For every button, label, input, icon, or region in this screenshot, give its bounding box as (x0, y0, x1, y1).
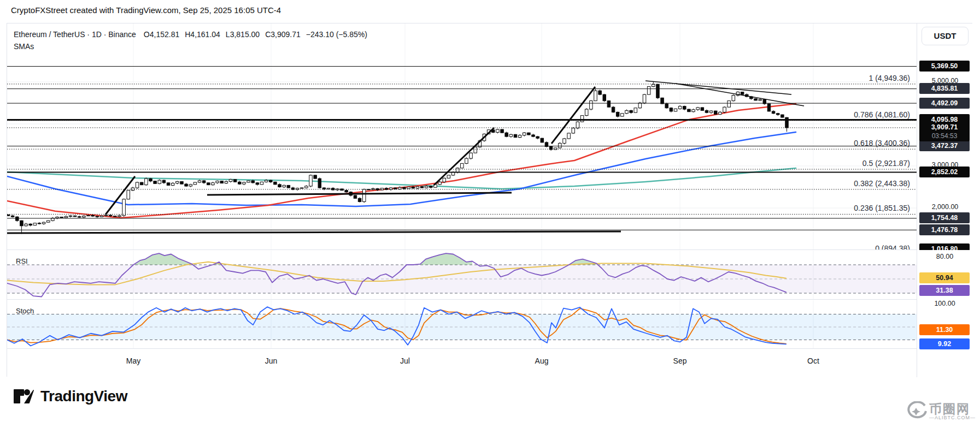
ohlc-open: O4,152.81 (144, 30, 179, 39)
axis-tick: 2,000.00 (917, 203, 973, 211)
axis-tick: 80.00 (917, 253, 972, 260)
currency-toggle-button[interactable]: USDT (922, 27, 969, 45)
stoch-pane (7, 300, 917, 348)
price-change: −243.10 (−5.85%) (306, 30, 367, 39)
fib-label: 0.5 (2,921.87) (862, 159, 910, 168)
last-price-label: 3,909.7103:54:53 (919, 123, 970, 141)
price-line-label: 4,492.09 (919, 98, 970, 109)
rsi-pane (7, 251, 917, 299)
fib-label: 1 (4,949.36) (869, 74, 911, 82)
price-line-label: 1,754.48 (919, 212, 970, 223)
indicator-value-label: 31.38 (919, 285, 970, 296)
fib-label: 0 (894.38) (875, 244, 910, 253)
rsi-pane-title[interactable]: RSI (16, 257, 28, 265)
site-watermark: 币圈网 —ALIBTC.COM— (905, 401, 976, 422)
indicator-value-label: 50.94 (919, 272, 970, 283)
month-label-jun: Jun (265, 356, 278, 365)
indicator-legend-smas[interactable]: SMAs (14, 42, 34, 51)
indicator-value-label: 9.92 (919, 338, 970, 349)
month-label-sep: Sep (673, 356, 687, 365)
indicator-value-label: 11.30 (919, 324, 970, 335)
stoch-pane-title[interactable]: Stoch (16, 307, 34, 315)
watermark-cn-text: 币圈网 (929, 403, 976, 415)
price-line-label: 5,369.50 (919, 61, 970, 72)
symbol-title[interactable]: Ethereum / TetherUS · 1D · Binance (14, 30, 136, 39)
fib-label: 0.786 (4,081.60) (854, 110, 910, 119)
tradingview-logo-icon (10, 385, 34, 407)
price-line-label: 4,835.81 (919, 83, 970, 94)
watermark-ring-icon (905, 401, 927, 422)
price-line-label: 2,852.02 (919, 167, 970, 177)
bar-countdown: 03:54:53 (919, 132, 970, 140)
price-axis-main-section: 5,000.003,000.002,000.005,369.504,835.81… (917, 23, 973, 250)
fib-label: 0.236 (1,851.35) (854, 204, 910, 212)
axis-tick: 100.00 (917, 300, 972, 307)
month-label-oct: Oct (807, 356, 819, 365)
price-line-label: 1,016.80 (919, 243, 970, 250)
pane-separator-rsi-stoch[interactable] (7, 299, 917, 300)
price-axis[interactable]: 5,000.003,000.002,000.005,369.504,835.81… (917, 23, 972, 377)
watermark-site-text: —ALIBTC.COM— (929, 415, 976, 420)
price-line-label: 3,472.37 (919, 140, 970, 151)
main-pane: 1 (4,949.36)0.786 (4,081.60)0.618 (3,400… (7, 23, 917, 254)
ohlc-low: L3,815.00 (226, 30, 260, 39)
attribution-note: CryptoFXStreet created with TradingView.… (11, 5, 281, 15)
chart-card: Ethereum / TetherUS · 1D · BinanceO4,152… (7, 23, 972, 377)
tradingview-logo-text: TradingView (40, 388, 127, 405)
month-label-may: May (126, 356, 140, 365)
time-axis[interactable]: MayJunJulAugSepOct (7, 348, 917, 377)
ohlc-high: H4,161.04 (185, 30, 220, 39)
tradingview-logo[interactable]: TradingView (10, 385, 127, 407)
chart-canvas[interactable]: 1 (4,949.36)0.786 (4,081.60)0.618 (3,400… (7, 23, 917, 377)
price-line-label: 1,476.78 (919, 224, 970, 235)
symbol-titlebar: Ethereum / TetherUS · 1D · BinanceO4,152… (14, 30, 373, 39)
ohlc-close: C3,909.71 (265, 30, 301, 39)
month-label-jul: Jul (400, 356, 410, 365)
pane-separator-main-rsi[interactable] (7, 249, 917, 250)
screenshot-root: CryptoFXStreet created with TradingView.… (0, 0, 980, 422)
month-label-aug: Aug (535, 356, 549, 365)
fib-label: 0.382 (2,443.38) (854, 179, 910, 188)
